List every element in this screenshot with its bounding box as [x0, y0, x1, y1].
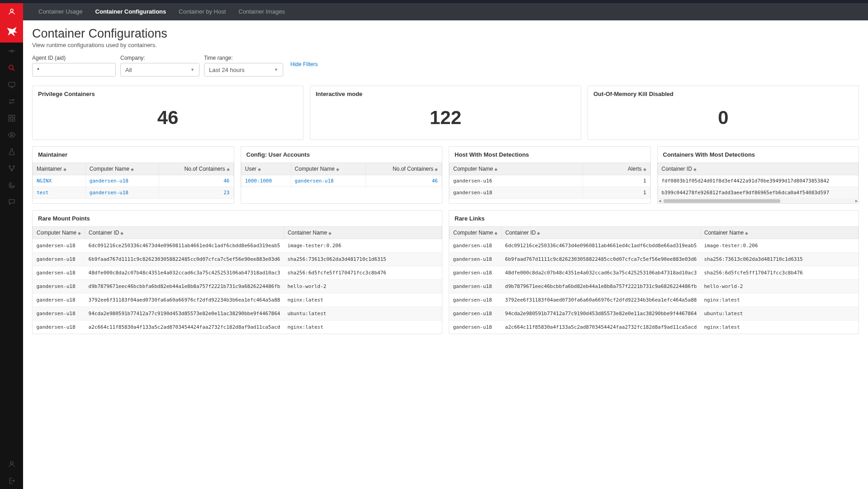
flask-icon[interactable] — [0, 143, 23, 160]
rare-links-table: Computer Name◆ Container ID◆ Container N… — [449, 226, 859, 334]
small-tables-row: Maintainer Maintainer◆ Computer Name◆ No… — [32, 146, 859, 204]
sidebar — [0, 0, 23, 489]
table-row[interactable]: gandersen-u18d9b7879671eec46bcbbfa6bd82e… — [33, 280, 442, 293]
hide-filters-link[interactable]: Hide Filters — [290, 61, 318, 70]
kpi-oom-panel: Out-Of-Memory Kill Disabled 0 — [588, 86, 859, 140]
col-computer-name[interactable]: Computer Name◆ — [85, 163, 159, 175]
col-container-name[interactable]: Container Name◆ — [284, 227, 441, 239]
company-select[interactable]: All ▼ — [120, 63, 199, 77]
dashboard-icon[interactable] — [0, 110, 23, 126]
table-row[interactable]: gandersen-u186b9faad767d1111c9c826230305… — [33, 253, 442, 266]
table-cell: gandersen-u18 — [85, 187, 159, 199]
tab-container-usage[interactable]: Container Usage — [32, 3, 89, 20]
table-cell: 46 — [159, 175, 233, 187]
brand-falcon-icon[interactable] — [0, 20, 23, 43]
table-cell: 3792ee6f31183f04aed0730fa6a60a66976cf2df… — [502, 293, 701, 307]
horizontal-scrollbar[interactable]: ◀ ▶ — [658, 199, 859, 203]
col-container-id[interactable]: Container ID◆ — [502, 227, 701, 239]
tab-container-configurations[interactable]: Container Configurations — [89, 3, 173, 20]
col-container-name[interactable]: Container Name◆ — [700, 227, 858, 239]
col-no-containers[interactable]: No.of Containers◆ — [365, 163, 441, 175]
logout-icon[interactable] — [0, 472, 23, 489]
col-computer-name[interactable]: Computer Name◆ — [291, 163, 365, 175]
col-alerts[interactable]: Alerts◆ — [583, 163, 650, 175]
svg-rect-8 — [9, 119, 11, 121]
host-detections-panel: Host With Most Detections Computer Name◆… — [449, 146, 651, 204]
table-row[interactable]: gandersen-u161 — [450, 175, 650, 187]
table-cell: gandersen-u18 — [450, 239, 502, 253]
content: Container Configurations View runtime co… — [23, 20, 868, 489]
table-cell: gandersen-u18 — [33, 293, 85, 307]
table-cell: gandersen-u18 — [450, 266, 502, 280]
table-row[interactable]: 1000:1000gandersen-u1846 — [241, 175, 442, 187]
table-cell: test — [33, 187, 86, 199]
branch-icon[interactable] — [0, 160, 23, 177]
account-icon[interactable] — [0, 455, 23, 472]
table-cell: gandersen-u18 — [450, 321, 502, 334]
col-container-id[interactable]: Container ID◆ — [658, 163, 859, 175]
sidebar-bottom — [0, 455, 23, 489]
table-cell: b399c044278fe926812fadd3aeef9df86965efb6… — [658, 187, 859, 199]
table-row[interactable]: testgandersen-u1823 — [33, 187, 234, 199]
time-range-select[interactable]: Last 24 hours ▼ — [204, 63, 283, 77]
table-row[interactable]: b399c044278fe926812fadd3aeef9df86965efb6… — [658, 187, 859, 199]
table-row[interactable]: gandersen-u186dc091216ce250336c4673d4e09… — [450, 239, 859, 253]
table-row[interactable]: gandersen-u18d9b7879671eec46bcbbfa6bd82e… — [450, 280, 859, 293]
config-user-title: Config: User Accounts — [241, 147, 442, 163]
table-row[interactable]: gandersen-u1848dfe000c8da2c07b48c4351e4a… — [450, 266, 859, 280]
tab-container-images[interactable]: Container Images — [232, 3, 291, 20]
table-row[interactable]: gandersen-u186dc091216ce250336c4673d4e09… — [33, 239, 442, 253]
table-row[interactable]: gandersen-u186b9faad767d1111c9c826230305… — [450, 253, 859, 266]
maintainer-panel: Maintainer Maintainer◆ Computer Name◆ No… — [32, 146, 234, 204]
swirl-icon[interactable] — [0, 177, 23, 193]
table-cell: ubuntu:latest — [700, 307, 858, 321]
rare-mounts-title: Rare Mount Points — [33, 211, 442, 226]
sort-icon: ◆ — [258, 167, 261, 172]
chat-icon[interactable] — [0, 193, 23, 210]
svg-point-13 — [11, 170, 12, 171]
main: Container Usage Container Configurations… — [23, 0, 868, 489]
table-row[interactable]: gandersen-u18a2c664c11f85830a4f133a5c2ad… — [450, 321, 859, 334]
agent-id-input[interactable] — [32, 63, 116, 77]
sort-icon: ◆ — [78, 231, 81, 235]
col-computer-name[interactable]: Computer Name◆ — [33, 227, 85, 239]
table-cell: 6dc091216ce250336c4673d4e0960811ab4661ed… — [85, 239, 284, 253]
table-cell: hello-world-2 — [284, 280, 441, 293]
col-computer-name[interactable]: Computer Name◆ — [450, 163, 583, 175]
chevron-down-icon: ▼ — [274, 67, 278, 72]
table-cell: 46 — [365, 175, 441, 187]
col-computer-name[interactable]: Computer Name◆ — [450, 227, 502, 239]
table-cell: hello-world-2 — [700, 280, 858, 293]
table-cell: ubuntu:latest — [284, 307, 441, 321]
table-row[interactable]: NGINXgandersen-u1846 — [33, 175, 234, 187]
table-row[interactable]: gandersen-u181 — [450, 187, 650, 199]
table-cell: gandersen-u18 — [450, 280, 502, 293]
table-row[interactable]: gandersen-u1894cda2e980591b77412a77c9190… — [450, 307, 859, 321]
table-row[interactable]: gandersen-u1848dfe000c8da2c07b48c4351e4a… — [33, 266, 442, 280]
eye-icon[interactable] — [0, 126, 23, 143]
col-container-id[interactable]: Container ID◆ — [85, 227, 284, 239]
table-row[interactable]: gandersen-u18a2c664c11f85830a4f133a5c2ad… — [33, 321, 442, 334]
kpi-interactive-panel: Interactive mode 122 — [310, 86, 581, 140]
filter-agent-label: Agent ID (aid) — [32, 55, 116, 61]
host-icon[interactable] — [0, 76, 23, 93]
table-cell: gandersen-u18 — [291, 175, 365, 187]
configure-icon[interactable] — [0, 93, 23, 110]
table-cell: gandersen-u18 — [33, 280, 85, 293]
table-row[interactable]: gandersen-u183792ee6f31183f04aed0730fa6a… — [33, 293, 442, 307]
table-row[interactable]: fdf0803b1f05d24d01f8d3ef4422a91d70be3949… — [658, 175, 859, 187]
sidebar-top-strip — [0, 0, 23, 3]
search-threat-icon[interactable] — [0, 59, 23, 76]
col-no-containers[interactable]: No.of Containers◆ — [159, 163, 233, 175]
table-row[interactable]: gandersen-u1894cda2e980591b77412a77c9190… — [33, 307, 442, 321]
app-root: Container Usage Container Configurations… — [0, 0, 868, 489]
activity-icon[interactable] — [0, 43, 23, 59]
svg-point-2 — [9, 65, 13, 69]
sidebar-user-icon[interactable] — [0, 3, 23, 20]
col-maintainer[interactable]: Maintainer◆ — [33, 163, 86, 175]
col-user[interactable]: User◆ — [241, 163, 291, 175]
config-user-panel: Config: User Accounts User◆ Computer Nam… — [241, 146, 443, 204]
scroll-thumb[interactable] — [664, 199, 780, 203]
tab-container-by-host[interactable]: Container by Host — [172, 3, 232, 20]
table-row[interactable]: gandersen-u183792ee6f31183f04aed0730fa6a… — [450, 293, 859, 307]
